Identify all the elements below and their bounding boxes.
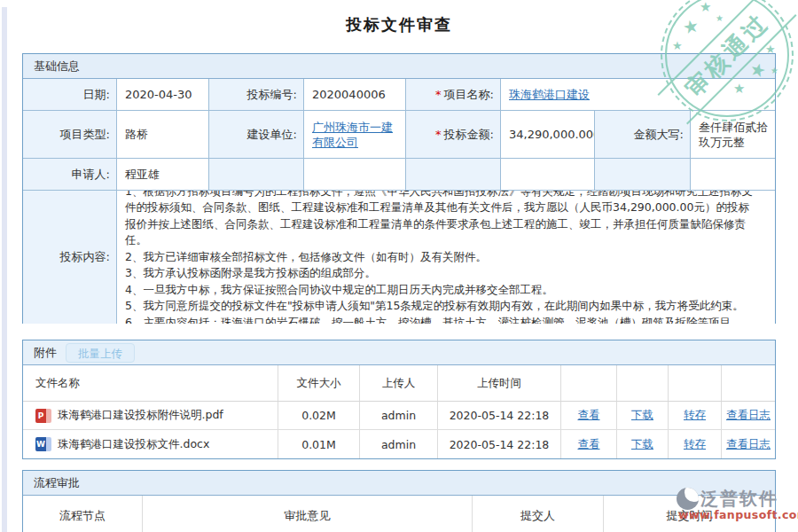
date-value: 2020-04-30 [117,79,209,110]
view-log-link[interactable]: 查看日志 [726,437,771,452]
attachments-section: 附件 批量上传 文件名称 文件大小 上传人 上传时间 P 珠海鹤港口建设投标附件… [22,340,776,459]
required-mark: * [435,128,442,141]
basic-info-section-header: 基础信息 [23,54,775,79]
transfer-link[interactable]: 转存 [684,437,706,452]
attachments-section-header: 附件 批量上传 [23,340,775,365]
amount-words-label: 金额大写: [595,111,691,158]
amount-words-value: 叁仟肆佰贰拾玖万元整 [691,111,775,158]
left-edge-strip [2,7,7,532]
project-name-link[interactable]: 珠海鹤港口建设 [509,87,590,103]
basic-info-row-2: 项目类型: 路桥 建设单位: 广州珠海市一建有限公司 * 投标金额: 34,29… [23,111,775,159]
transfer-link[interactable]: 转存 [684,408,706,423]
column-header-uploader: 上传人 [360,365,438,401]
view-link[interactable]: 查看 [578,408,600,423]
basic-info-section: 基础信息 日期: 2020-04-30 投标编号: 2020040006 * 项… [22,53,776,324]
file-upload-time: 2020-05-14 22:18 [438,402,561,429]
bid-content-row: 投标内容: 1、根据你方招标项目编号为的工程招标文件，遵照《中华人民共和国招投标… [23,191,775,324]
file-uploader: admin [360,430,438,458]
bid-document-review-page: 投标文件审查 基础信息 日期: 2020-04-30 投标编号: 2020040… [0,0,798,532]
workflow-section-header: 流程审批 [23,471,775,496]
column-header-action [561,365,617,401]
column-header-file-size: 文件大小 [278,365,360,401]
column-header-file-name: 文件名称 [23,365,278,401]
file-uploader: admin [360,402,438,429]
build-unit-cell: 广州珠海市一建有限公司 [304,111,406,158]
batch-upload-button[interactable]: 批量上传 [66,343,135,363]
required-mark: * [435,88,442,101]
empty-value-cell [501,159,595,190]
empty-label-cell [595,159,691,190]
attachment-row-docx: W 珠海鹤港口建设投标文件.docx 0.01M admin 2020-05-1… [23,430,775,458]
file-name: 珠海鹤港口建设投标文件.docx [58,437,209,452]
project-name-cell: 珠海鹤港口建设 [501,79,775,110]
applicant-value: 程亚雄 [117,159,209,190]
project-name-label: * 项目名称: [406,79,501,110]
bid-amount-label: * 投标金额: [406,111,501,158]
file-name: 珠海鹤港口建设投标附件说明.pdf [58,408,223,423]
project-type-label: 项目类型: [23,111,117,158]
file-size: 0.01M [278,430,360,458]
star-icon: ★ [672,40,683,51]
bid-amount-value: 34,290,000.000 [501,111,595,158]
file-size: 0.02M [278,402,360,429]
workflow-approval-section: 流程审批 流程节点 审批意见 提交人 提交时间 [22,470,776,532]
file-upload-time: 2020-05-14 22:18 [438,430,561,458]
basic-info-row-1: 日期: 2020-04-30 投标编号: 2020040006 * 项目名称: … [23,79,775,111]
file-name-cell: W 珠海鹤港口建设投标文件.docx [23,430,278,458]
vendor-logo: 泛普软件 www.fanpusoft.com [677,487,798,521]
basic-info-row-3: 申请人: 程亚雄 [23,159,775,191]
attachments-table-header: 文件名称 文件大小 上传人 上传时间 [23,365,775,402]
view-link[interactable]: 查看 [578,437,600,452]
workflow-table-header: 流程节点 审批意见 提交人 提交时间 [23,496,775,532]
empty-value-cell [691,159,775,190]
download-link[interactable]: 下载 [631,437,653,452]
applicant-label: 申请人: [23,159,117,190]
date-label: 日期: [23,79,117,110]
empty-value-cell [304,159,406,190]
column-header-submitter: 提交人 [473,496,604,532]
fanpu-logo-icon [677,488,699,510]
file-name-cell: P 珠海鹤港口建设投标附件说明.pdf [23,402,278,429]
view-log-link[interactable]: 查看日志 [726,408,771,423]
bid-content-text: 1、根据你方招标项目编号为的工程招标文件，遵照《中华人民共和国招投标法》等有关规… [125,191,770,324]
word-file-icon: W [35,437,51,451]
download-link[interactable]: 下载 [631,408,653,423]
bid-content-label: 投标内容: [23,191,117,324]
column-header-action [617,365,669,401]
vendor-brand-name: 泛普软件 [700,487,778,511]
attachments-title: 附件 [34,345,57,361]
build-unit-link[interactable]: 广州珠海市一建有限公司 [312,120,400,150]
star-icon: ★ [700,1,711,14]
column-header-upload-time: 上传时间 [438,365,561,401]
vendor-website: www.fanpusoft.com [677,508,798,521]
attachment-row-pdf: P 珠海鹤港口建设投标附件说明.pdf 0.02M admin 2020-05-… [23,402,775,430]
page-title: 投标文件审查 [0,14,798,35]
pdf-file-icon: P [35,409,51,423]
bid-number-value: 2020040006 [304,79,406,110]
empty-label-cell [209,159,304,190]
bid-content-cell: 1、根据你方招标项目编号为的工程招标文件，遵照《中华人民共和国招投标法》等有关规… [117,191,775,324]
column-header-action [722,365,775,401]
column-header-approval-opinion: 审批意见 [143,496,473,532]
project-type-value: 路桥 [117,111,209,158]
column-header-flow-node: 流程节点 [23,496,143,532]
empty-label-cell [406,159,501,190]
column-header-action [669,365,722,401]
build-unit-label: 建设单位: [209,111,304,158]
bid-number-label: 投标编号: [209,79,304,110]
